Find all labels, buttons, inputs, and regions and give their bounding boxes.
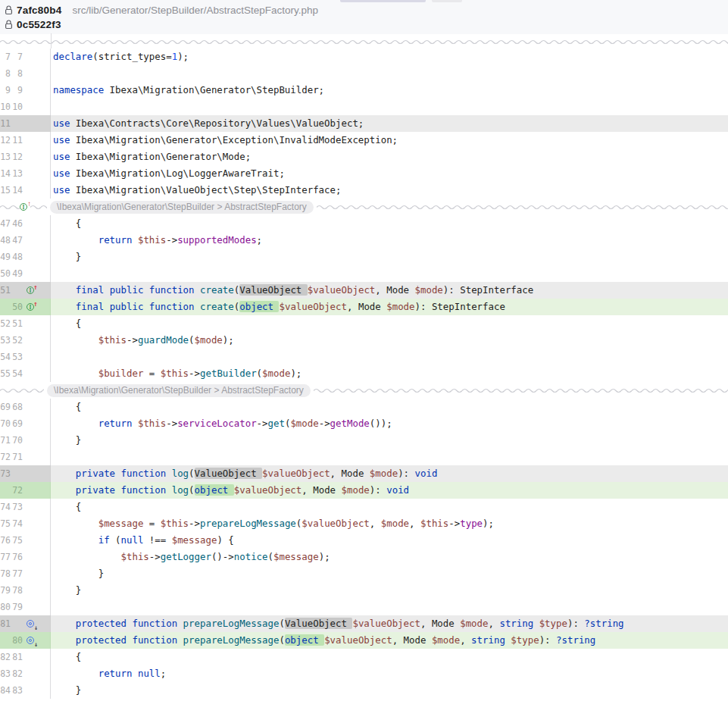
code-token: ( [279, 634, 284, 646]
code-token: log [172, 468, 189, 479]
line-gutter: 80↓ [0, 632, 51, 649]
diff-line: 4847 return $this->supportedModes; [0, 232, 728, 249]
code-token [132, 418, 137, 429]
collapsed-region-breadcrumb: \Ibexa\Migration\Generator\StepBuilder >… [47, 384, 311, 397]
code-token [177, 618, 183, 629]
line-number-new: 51 [12, 318, 23, 329]
wavy-separator-line [317, 204, 728, 210]
diff-line: 7675 if (null !== $message) { [0, 532, 728, 549]
line-number-new: 72 [12, 485, 23, 496]
code-line: return $this->supportedModes; [51, 232, 728, 249]
code-token: ()-> [211, 551, 234, 562]
code-token: getLogger [161, 551, 211, 562]
collapsed-region-separator[interactable]: I↑\Ibexa\Migration\Generator\StepBuilder… [0, 199, 728, 215]
line-number-old: 52 [0, 318, 11, 329]
implements-interface-icon[interactable]: I↑ [20, 202, 30, 212]
code-token [53, 484, 76, 496]
line-number-new: 78 [12, 585, 23, 596]
wavy-separator-line [314, 387, 728, 393]
code-token: $valueObject [262, 468, 330, 479]
line-number-old: 75 [0, 518, 11, 529]
overridden-method-icon[interactable]: ↓ [27, 635, 37, 646]
code-token: } [53, 251, 81, 262]
line-number-old: 55 [0, 368, 11, 379]
implements-interface-icon[interactable]: I↑ [27, 285, 37, 296]
line-gutter: 1312 [0, 149, 51, 165]
code-token: ); [177, 51, 189, 62]
code-token: $this [138, 234, 166, 246]
line-gutter: 4847 [0, 232, 51, 249]
code-token: ( [189, 334, 194, 346]
diff-line: 4746 { [0, 215, 728, 232]
diff-line-removed: 51I↑ final public function create(ValueO… [0, 282, 728, 299]
code-token: log [172, 484, 189, 496]
code-token: function [132, 634, 177, 646]
code-token: , [409, 518, 420, 529]
line-number-old: 70 [0, 418, 11, 429]
code-token: , [489, 618, 500, 629]
line-number-old: 51 [0, 285, 11, 296]
line-gutter: 6968 [0, 399, 51, 415]
code-token [177, 634, 183, 646]
code-token: $mode [262, 368, 290, 379]
code-token: ); [223, 334, 234, 346]
code-token: final [76, 301, 104, 312]
line-number-new: 12 [12, 152, 23, 162]
code-token: $this [420, 518, 448, 529]
code-token [53, 534, 98, 546]
code-token: function [132, 618, 177, 629]
code-token: -> [149, 551, 161, 562]
line-gutter: 7069 [0, 415, 51, 432]
code-token: ; [257, 234, 262, 246]
code-line: protected function prepareLogMessage(obj… [51, 632, 728, 649]
line-gutter: 5554 [0, 365, 51, 382]
line-gutter: 1413 [0, 165, 51, 182]
code-line: } [51, 565, 728, 582]
line-gutter: 5352 [0, 332, 51, 349]
diff-line: 1312use Ibexa\Migration\Generator\Mode; [0, 149, 728, 165]
line-number-old: 79 [0, 585, 11, 596]
word-diff-chip: object [195, 484, 234, 496]
line-number-old: 50 [0, 268, 11, 279]
code-token: { [53, 217, 81, 229]
code-line [51, 349, 728, 365]
implements-interface-icon[interactable]: I↑ [27, 302, 37, 312]
code-token: private [76, 484, 115, 496]
code-token: ( [279, 618, 284, 629]
word-diff-chip: object [239, 301, 279, 312]
line-gutter: 88 [0, 65, 51, 82]
code-token: , [460, 634, 471, 646]
code-token: { [53, 401, 81, 412]
code-token: use [53, 151, 70, 162]
top-edge-remnant [340, 0, 426, 2]
line-gutter: 73 [0, 465, 51, 482]
code-token: } [53, 434, 81, 446]
line-gutter: 7877 [0, 565, 51, 582]
code-token [53, 368, 98, 379]
code-token: Ibexa\Contracts\Core\Repository\Values\V… [70, 117, 364, 129]
diff-line: 7271 [0, 449, 728, 465]
wavy-separator-line [30, 204, 47, 210]
code-token: $message [172, 534, 217, 546]
collapsed-region-separator[interactable]: \Ibexa\Migration\Generator\StepBuilder >… [0, 382, 728, 399]
code-token: use [53, 167, 70, 179]
line-number-new: 54 [12, 368, 23, 379]
line-number-new: 53 [12, 352, 23, 362]
line-number-new: 75 [12, 535, 23, 546]
code-token: Ibexa\Migration\Generator\Mode; [70, 151, 251, 162]
line-number-new: 49 [12, 268, 23, 279]
wavy-separator-line [0, 204, 20, 210]
line-number-new: 50 [12, 302, 23, 312]
code-token [53, 634, 76, 646]
line-number-new: 8 [12, 68, 23, 79]
code-line: { [51, 649, 728, 665]
overridden-method-icon[interactable]: ↓ [27, 618, 37, 629]
diff-line: 1413use Ibexa\Migration\Log\LoggerAwareT… [0, 165, 728, 182]
line-number-new: 46 [12, 218, 23, 229]
collapsed-region-top[interactable] [0, 34, 728, 49]
code-line: } [51, 582, 728, 599]
line-number-new: 52 [12, 335, 23, 346]
file-path: src/lib/Generator/StepBuilder/AbstractSt… [72, 5, 318, 16]
gutter-icon-slot: I↑ [27, 302, 40, 312]
line-number-new: 47 [12, 235, 23, 246]
